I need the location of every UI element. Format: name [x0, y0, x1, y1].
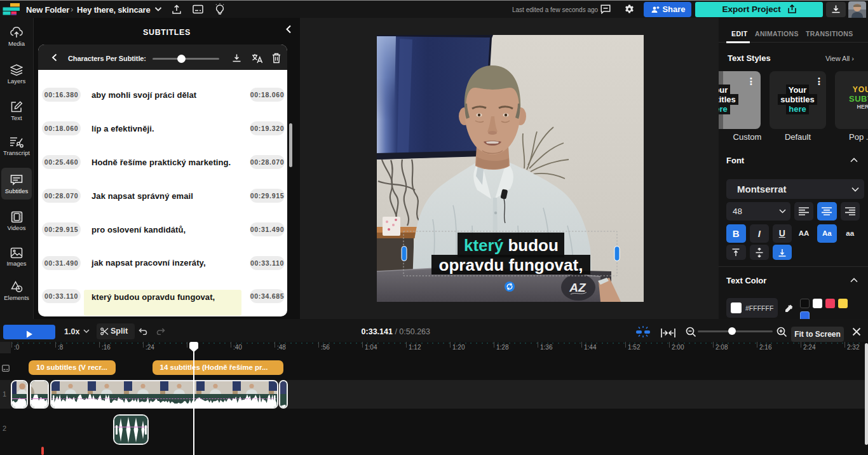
svg-text:AZ: AZ — [569, 281, 587, 294]
svg-text:opravdu fungovat,: opravdu fungovat, — [439, 255, 583, 275]
svg-text:který budou: který budou — [464, 236, 559, 255]
